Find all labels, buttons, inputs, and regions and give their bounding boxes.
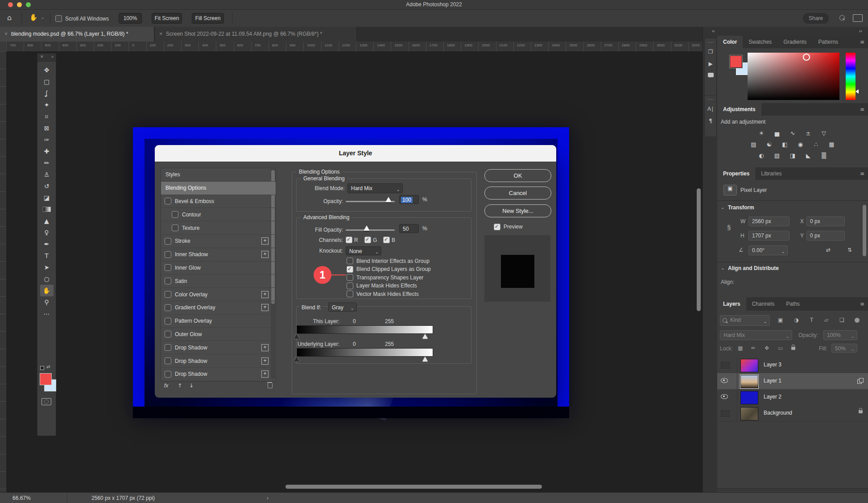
style-checkbox[interactable] <box>165 358 171 364</box>
advanced-option[interactable]: Transparency Shapes Layer <box>347 274 423 281</box>
add-instance-icon[interactable]: + <box>261 251 269 258</box>
underlying-layer-white-slider[interactable] <box>422 357 428 362</box>
add-instance-icon[interactable]: + <box>261 237 269 245</box>
brightness-contrast-icon[interactable]: ☀ <box>756 129 766 137</box>
style-list-item[interactable]: Drop Shadow+ <box>161 341 276 354</box>
posterize-icon[interactable]: ▧ <box>772 152 782 160</box>
this-layer-gradient-bar[interactable] <box>297 325 433 334</box>
style-list-item[interactable]: Contour <box>161 208 276 221</box>
move-tool[interactable]: ✥ <box>40 64 54 76</box>
properties-scrollbar[interactable] <box>863 205 866 256</box>
channel-g-checkbox[interactable] <box>364 237 371 243</box>
horizontal-scrollbar[interactable] <box>285 485 542 489</box>
panel-menu-icon[interactable]: ≡ <box>860 106 864 112</box>
tab-paths[interactable]: Paths <box>780 297 806 311</box>
search-icon[interactable] <box>839 15 845 21</box>
hand-tool-dropdown-icon[interactable]: ⌄ <box>41 15 45 20</box>
play-icon[interactable]: ▶ <box>708 61 712 67</box>
lock-artboard-icon[interactable]: ▭ <box>778 345 783 351</box>
blend-mode-select[interactable]: Hard Mix⌄ <box>347 183 403 193</box>
tab-channels[interactable]: Channels <box>746 297 781 311</box>
invert-icon[interactable]: ◐ <box>756 152 766 160</box>
status-chevron-icon[interactable]: › <box>267 495 269 501</box>
layer-row[interactable]: Background <box>717 405 868 422</box>
character-panel-icon[interactable]: A∣ <box>707 106 714 112</box>
zoom-level[interactable]: 66.67% <box>12 495 31 501</box>
fill-screen-button[interactable]: Fill Screen <box>192 13 224 24</box>
fill-opacity-slider[interactable] <box>346 229 395 231</box>
style-list-item[interactable]: Inner Glow <box>161 262 276 275</box>
layer-fill-input[interactable]: 50%⌄ <box>831 344 857 353</box>
default-colors-icon[interactable] <box>40 366 44 370</box>
swap-colors-icon[interactable]: ⇄ <box>46 364 50 369</box>
style-checkbox[interactable] <box>165 331 171 337</box>
frame-tool[interactable]: ⊠ <box>40 122 54 134</box>
lasso-tool[interactable]: ʆ <box>40 87 54 99</box>
style-list-item[interactable]: Drop Shadow+ <box>161 354 276 368</box>
layer-name[interactable]: Background <box>764 410 792 416</box>
crop-tool[interactable]: ⌗ <box>40 111 54 122</box>
object-selection-tool[interactable]: ✦ <box>40 99 54 111</box>
lock-transparency-icon[interactable]: ▦ <box>738 345 743 351</box>
filter-shape-layers-icon[interactable]: ▱ <box>824 317 828 323</box>
layer-name[interactable]: Layer 1 <box>764 378 781 384</box>
color-picker-cursor[interactable] <box>803 54 810 61</box>
tab-patterns[interactable]: Patterns <box>812 36 844 48</box>
photo-filter-icon[interactable]: ◉ <box>796 141 806 149</box>
gradient-tool[interactable] <box>40 204 54 215</box>
tab-gradients[interactable]: Gradients <box>777 36 812 48</box>
panel-menu-icon[interactable]: ≡ <box>860 301 864 307</box>
fill-opacity-slider-thumb[interactable] <box>364 225 370 231</box>
advanced-option[interactable]: Blend Interior Effects as Group <box>347 258 430 264</box>
advanced-option-checkbox[interactable] <box>347 283 353 289</box>
shape-tool[interactable]: ▲ <box>40 215 54 227</box>
this-layer-white-slider[interactable] <box>422 334 428 339</box>
comment-icon[interactable] <box>708 73 714 77</box>
style-checkbox[interactable] <box>165 198 171 204</box>
vertical-scrollbar[interactable] <box>697 188 701 311</box>
lock-paint-icon[interactable]: ✏ <box>751 345 756 351</box>
exposure-icon[interactable]: ± <box>803 129 813 137</box>
tab-color[interactable]: Color <box>717 36 743 48</box>
history-brush-tool[interactable]: ↺ <box>40 180 54 192</box>
hand-tool[interactable]: ✋ <box>40 285 54 296</box>
delete-effect-icon[interactable] <box>268 383 273 388</box>
style-checkbox[interactable] <box>165 344 171 351</box>
underlying-layer-black-slider[interactable] <box>294 357 299 362</box>
eraser-tool[interactable]: ◪ <box>40 192 54 204</box>
style-list-item[interactable]: Pattern Overlay <box>161 315 276 328</box>
style-checkbox[interactable] <box>165 251 171 258</box>
style-list-item[interactable]: Drop Shadow+ <box>161 368 276 381</box>
pen-tool[interactable]: ✒ <box>40 238 54 250</box>
style-checkbox[interactable] <box>165 304 171 311</box>
type-tool[interactable]: T <box>40 250 54 262</box>
document-tab[interactable]: ×Screen Shot 2022-09-22 at 11.09.54 AM.p… <box>154 27 357 42</box>
more-tools[interactable]: ⋯ <box>40 308 54 320</box>
gradient-map-icon[interactable]: ▒ <box>819 152 829 160</box>
channel-mixer-icon[interactable]: ∴ <box>811 141 821 149</box>
advanced-option[interactable]: Vector Mask Hides Effects <box>347 291 419 297</box>
cancel-button[interactable]: Cancel <box>484 187 551 200</box>
marquee-tool[interactable]: ▢ <box>40 76 54 87</box>
blend-if-select[interactable]: Gray⌄ <box>328 303 357 312</box>
preview-checkbox[interactable] <box>494 224 500 230</box>
layer-filter-select[interactable]: Kind⌄ <box>720 315 770 326</box>
foreground-color-swatch[interactable] <box>730 55 742 68</box>
tab-swatches[interactable]: Swatches <box>743 36 777 48</box>
y-input[interactable]: 0 px <box>806 231 845 241</box>
opacity-input[interactable]: 100 <box>399 195 419 204</box>
ellipse-tool[interactable]: ○ <box>40 273 54 285</box>
advanced-option-checkbox[interactable] <box>347 291 353 297</box>
visibility-toggle[interactable] <box>721 378 729 384</box>
visibility-toggle[interactable] <box>721 394 729 400</box>
style-list-item[interactable]: Blending Options <box>161 182 276 195</box>
fill-opacity-input[interactable]: 50 <box>399 224 419 233</box>
style-list-item[interactable]: Styles <box>161 168 276 182</box>
scroll-all-windows-checkbox[interactable] <box>55 15 62 22</box>
tab-libraries[interactable]: Libraries <box>755 167 787 180</box>
quick-mask-icon[interactable] <box>41 398 51 405</box>
add-instance-icon[interactable]: + <box>261 304 269 311</box>
horizontal-ruler[interactable]: 7006005004003002001000100200300400500600… <box>6 42 703 52</box>
paragraph-panel-icon[interactable]: ¶ <box>709 118 712 124</box>
layer-row[interactable]: Layer 1 <box>717 373 868 390</box>
